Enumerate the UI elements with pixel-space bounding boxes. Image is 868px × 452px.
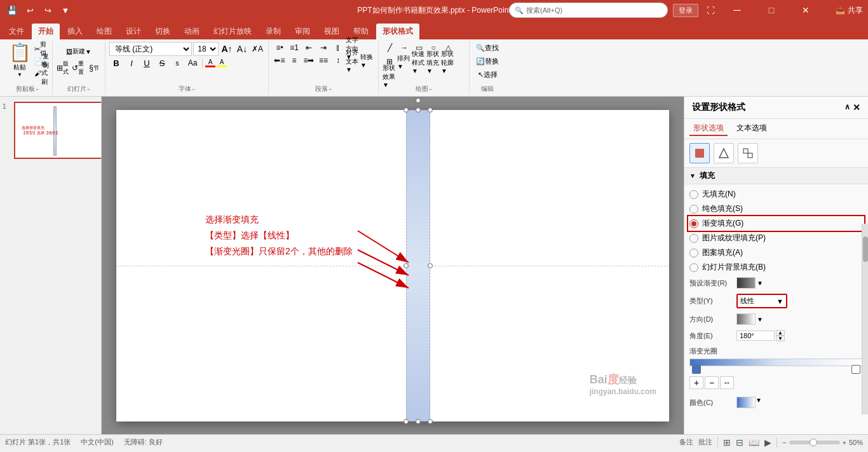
undo-button[interactable]: ↩ <box>23 3 37 17</box>
preset-gradient-swatch[interactable] <box>736 277 756 289</box>
color-dropdown[interactable]: ▼ <box>756 397 762 408</box>
rotation-handle[interactable] <box>416 98 421 103</box>
handle-bottom[interactable] <box>416 419 421 424</box>
size-position-icon-button[interactable] <box>738 143 758 163</box>
gradient-stop-2[interactable] <box>851 365 860 374</box>
slide-canvas[interactable]: 选择渐变填充 【类型】选择【线性】 【渐变光圈】只保留2个，其他的删除 <box>116 110 669 421</box>
login-button[interactable]: 登录 <box>673 4 698 17</box>
tab-view[interactable]: 视图 <box>318 24 346 39</box>
no-fill-option[interactable]: 无填充(N) <box>689 187 863 202</box>
comments-button[interactable]: 批注 <box>698 437 712 447</box>
angle-down-button[interactable]: ▼ <box>776 336 785 341</box>
customize-qat-button[interactable]: ▼ <box>58 3 72 17</box>
panel-scrollbar-thumb[interactable] <box>863 236 868 262</box>
direction-dropdown[interactable]: ▼ <box>757 316 763 323</box>
maximize-button[interactable]: □ <box>757 0 786 20</box>
font-name-selector[interactable]: 等线 (正文) <box>109 42 192 56</box>
shadow-button[interactable]: s <box>170 57 184 69</box>
increase-font-size-button[interactable]: A↑ <box>220 43 234 55</box>
effects-icon-button[interactable] <box>714 143 734 163</box>
view-slideshow-button[interactable]: ▶ <box>764 437 771 448</box>
shape-fill-button[interactable]: 形状填充▼ <box>426 56 440 67</box>
zoom-in-button[interactable]: + <box>843 439 846 446</box>
slide-thumbnail-1[interactable]: 选择渐变填充【类型】选择【线性】 <box>14 102 102 159</box>
font-expand[interactable]: ⌐ <box>193 86 196 92</box>
handle-bottom-left[interactable] <box>403 419 409 424</box>
fill-section-header[interactable]: ▼ 填充 <box>684 168 868 184</box>
numbered-list-button[interactable]: ≡1 <box>287 42 301 53</box>
convert-smartart-button[interactable]: 转换▼ <box>360 55 374 66</box>
close-button[interactable]: ✕ <box>791 0 820 20</box>
gradient-fill-radio[interactable] <box>689 219 698 228</box>
angle-up-button[interactable]: ▲ <box>776 330 785 336</box>
format-tab-text[interactable]: 文本选项 <box>733 121 771 136</box>
highlight-color-button[interactable]: A <box>217 58 227 67</box>
paragraph-expand[interactable]: ⌐ <box>329 86 332 92</box>
change-case-button[interactable]: Aa <box>186 57 200 69</box>
paste-button[interactable]: 📋 粘贴 ▼ <box>6 42 33 78</box>
layout-button[interactable]: ⊞ 版式 <box>57 62 71 74</box>
underline-button[interactable]: U <box>140 57 154 69</box>
handle-top[interactable] <box>416 107 421 113</box>
line-spacing-button[interactable]: ↕ <box>331 55 345 66</box>
increase-indent-button[interactable]: ⇥ <box>316 42 330 53</box>
notes-button[interactable]: 备注 <box>679 437 693 447</box>
handle-top-right[interactable] <box>428 107 433 113</box>
view-slide-sorter-button[interactable]: ⊟ <box>736 437 743 448</box>
tab-home[interactable]: 开始 <box>32 24 60 39</box>
columns-button[interactable]: ⫿ <box>331 42 345 53</box>
bold-button[interactable]: B <box>109 57 123 69</box>
slide-bg-fill-option[interactable]: 幻灯片背景填充(B) <box>689 260 863 275</box>
tab-animation[interactable]: 动画 <box>178 24 206 39</box>
tab-shape-format[interactable]: 形状格式 <box>376 24 419 39</box>
reverse-stops-button[interactable]: ↔ <box>720 376 734 389</box>
view-reading-button[interactable]: 📖 <box>749 437 759 448</box>
picture-fill-radio[interactable] <box>689 234 698 243</box>
remove-stop-button[interactable]: − <box>705 376 719 389</box>
select-button[interactable]: ↖ 选择 <box>473 69 501 81</box>
decrease-indent-button[interactable]: ⇤ <box>302 42 316 53</box>
align-center-button[interactable]: ≡ <box>287 55 301 66</box>
align-text-button[interactable]: 对齐文本▼ <box>346 55 360 66</box>
tab-file[interactable]: 文件 <box>3 24 31 39</box>
angle-input[interactable] <box>736 331 775 341</box>
drawing-expand[interactable]: ⌐ <box>430 86 433 92</box>
tab-slideshow[interactable]: 幻灯片放映 <box>207 24 258 39</box>
zoom-slider-thumb[interactable] <box>810 439 817 446</box>
format-painter-button[interactable]: 🖌 格式刷 <box>34 67 48 79</box>
format-panel-up-button[interactable]: ∧ <box>844 102 850 113</box>
format-panel-close-button[interactable]: ✕ <box>853 102 860 113</box>
shape-outline-button[interactable]: 形状轮廓▼ <box>441 56 455 67</box>
share-button[interactable]: 📤共享 <box>836 5 863 16</box>
clipboard-expand[interactable]: ⌐ <box>36 86 39 92</box>
bullet-list-button[interactable]: ≡• <box>273 42 287 53</box>
handle-top-left[interactable] <box>403 107 409 113</box>
ribbon-display-options[interactable]: ⛶ <box>703 3 717 17</box>
handle-bottom-right[interactable] <box>428 419 433 424</box>
justify-button[interactable]: ≡≡ <box>316 55 330 66</box>
picture-fill-option[interactable]: 图片或纹理填充(P) <box>689 231 863 245</box>
slide-bg-fill-radio[interactable] <box>689 263 698 272</box>
strikethrough-button[interactable]: S <box>155 57 169 69</box>
italic-button[interactable]: I <box>125 57 139 69</box>
solid-fill-radio[interactable] <box>689 205 698 214</box>
zoom-level[interactable]: 50% <box>849 439 863 446</box>
zoom-out-button[interactable]: − <box>782 439 786 446</box>
gradient-stop-1[interactable] <box>692 365 701 374</box>
tab-record[interactable]: 录制 <box>259 24 287 39</box>
type-dropdown[interactable]: 线性 ▼ <box>736 294 787 308</box>
tab-insert[interactable]: 插入 <box>61 24 89 39</box>
save-button[interactable]: 💾 <box>5 3 19 17</box>
align-right-button[interactable]: ≡➡ <box>302 55 316 66</box>
add-stop-button[interactable]: + <box>689 376 703 389</box>
color-swatch[interactable] <box>736 397 756 408</box>
minimize-button[interactable]: ─ <box>722 0 752 20</box>
align-left-button[interactable]: ⬅≡ <box>273 55 287 66</box>
section-button[interactable]: § 节 <box>87 62 101 74</box>
shape-line-button[interactable]: ╱ <box>383 42 397 53</box>
solid-fill-option[interactable]: 纯色填充(S) <box>689 202 863 216</box>
shape-effects-button[interactable]: 形状效果▼ <box>383 70 397 81</box>
tab-draw[interactable]: 绘图 <box>90 24 118 39</box>
replace-button[interactable]: 🔄 替换 <box>473 55 501 67</box>
tab-review[interactable]: 审阅 <box>288 24 316 39</box>
